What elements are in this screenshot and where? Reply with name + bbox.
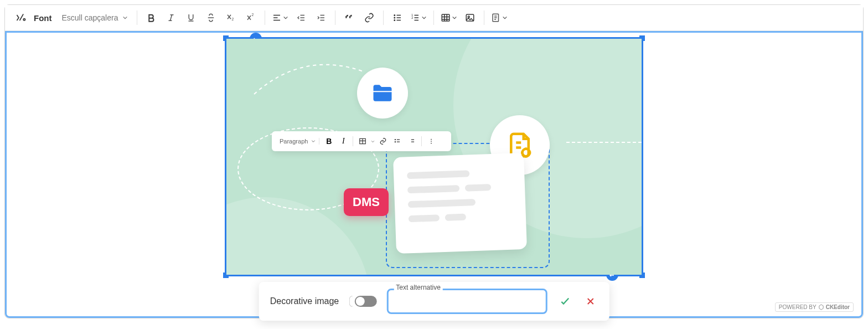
embedded-more-icon — [425, 135, 437, 147]
svg-point-5 — [394, 20, 395, 21]
svg-point-18 — [431, 143, 432, 144]
embedded-italic-icon: I — [337, 135, 349, 147]
svg-point-0 — [23, 19, 25, 20]
heading-dropdown[interactable]: Escull capçalera — [57, 11, 132, 24]
image-alt-panel: Decorative image Text alternative — [259, 282, 609, 321]
italic-button[interactable] — [162, 8, 180, 27]
blockquote-button[interactable] — [340, 8, 359, 27]
subscript-button[interactable]: 2 — [221, 8, 240, 27]
document-card — [393, 153, 527, 254]
selected-image-frame[interactable]: Paragraph B I — [225, 37, 643, 276]
font-label: Font — [32, 13, 56, 23]
svg-point-10 — [468, 16, 470, 18]
source-icon[interactable] — [12, 8, 30, 27]
toolbar-separator — [484, 11, 484, 25]
table-button[interactable] — [438, 8, 459, 27]
embedded-table-icon — [356, 135, 369, 147]
editor-container: Font Escull capçalera 2 2 12 — [4, 4, 864, 318]
numbered-list-button[interactable]: 12 — [408, 8, 429, 27]
svg-text:2: 2 — [412, 16, 414, 19]
link-button[interactable] — [360, 8, 379, 27]
svg-marker-19 — [819, 305, 823, 310]
svg-text:2: 2 — [252, 13, 254, 17]
main-toolbar: Font Escull capçalera 2 2 12 — [5, 5, 863, 31]
embedded-bullet-icon — [391, 135, 404, 147]
folder-icon — [357, 68, 408, 119]
toolbar-separator — [137, 11, 137, 25]
cancel-button[interactable] — [582, 294, 598, 309]
embedded-numbered-icon — [406, 135, 418, 147]
align-button[interactable] — [270, 8, 291, 27]
underline-button[interactable] — [182, 8, 200, 27]
svg-point-4 — [394, 17, 395, 18]
text-alternative-field[interactable]: Text alternative — [386, 289, 547, 314]
image-content: Paragraph B I — [226, 39, 642, 275]
svg-text:2: 2 — [232, 17, 234, 21]
svg-point-12 — [523, 149, 530, 157]
bold-button[interactable] — [142, 8, 161, 27]
svg-point-15 — [395, 142, 396, 142]
svg-rect-8 — [442, 14, 450, 21]
strikethrough-button[interactable] — [202, 8, 220, 27]
bullet-list-button[interactable] — [388, 8, 407, 27]
powered-by-badge[interactable]: POWERED BY CKEditor — [775, 302, 854, 312]
templates-button[interactable] — [489, 8, 510, 27]
embedded-toolbar: Paragraph B I — [272, 131, 451, 151]
toolbar-separator — [335, 11, 335, 25]
svg-point-14 — [395, 140, 396, 140]
embedded-link-icon — [377, 135, 389, 147]
decorative-image-label: Decorative image — [270, 296, 339, 306]
svg-point-16 — [431, 139, 432, 140]
toolbar-separator — [383, 11, 384, 25]
svg-point-3 — [394, 15, 395, 16]
toolbar-separator — [433, 11, 434, 25]
heading-placeholder: Escull capçalera — [61, 13, 118, 22]
outdent-button[interactable] — [292, 8, 311, 27]
text-alternative-label: Text alternative — [394, 284, 443, 291]
indent-button[interactable] — [312, 8, 330, 27]
toolbar-separator — [265, 11, 265, 25]
text-alternative-input[interactable] — [395, 295, 539, 308]
svg-point-17 — [431, 141, 432, 142]
embedded-paragraph-dropdown: Paragraph — [276, 138, 319, 145]
editor-content[interactable]: Paragraph B I — [5, 31, 863, 318]
image-button[interactable] — [461, 8, 479, 27]
superscript-button[interactable]: 2 — [241, 8, 260, 27]
dms-badge: DMS — [344, 188, 389, 216]
confirm-button[interactable] — [557, 294, 572, 309]
decorative-toggle[interactable] — [354, 296, 376, 307]
embedded-bold-icon: B — [323, 135, 335, 147]
